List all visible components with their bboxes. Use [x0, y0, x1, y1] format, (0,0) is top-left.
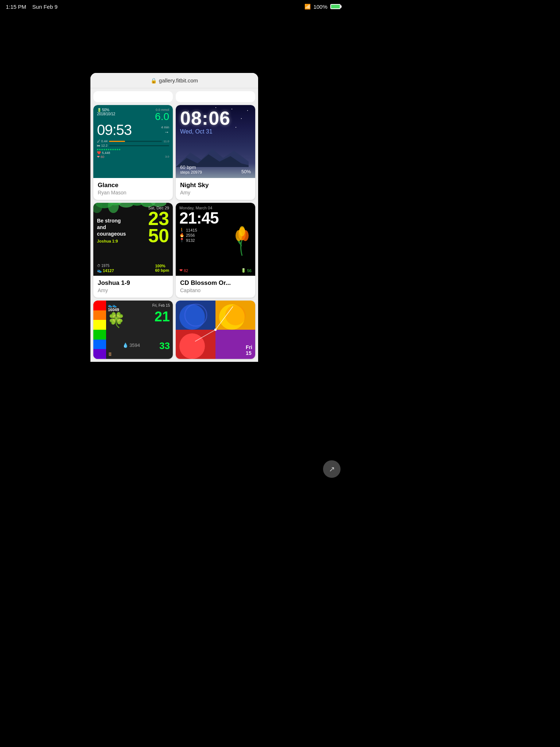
glance-info: Glance Ryan Mason [93, 178, 173, 200]
colorful-day: Fri 15 [246, 344, 252, 356]
glance-glucose: 6.0 [155, 112, 169, 122]
nightsky-info: Night Sky Amy [176, 178, 255, 200]
color-cell-purple: Fri 15 [215, 330, 255, 359]
partial-top-row [93, 91, 255, 102]
clover-stair-icon: 🪜 [108, 352, 112, 356]
joshua-big-numbers: 23 50 [148, 210, 169, 244]
watch-face-colorful: Fri 15 [176, 301, 255, 359]
color-cell-yellow [215, 301, 255, 330]
gallery-grid: 🔋50% 2018/10/12 0.0 mmol 6.0 09:53 [90, 88, 258, 362]
url-text: gallery.fitbit.com [159, 77, 198, 84]
glance-hr: 60 [101, 155, 104, 159]
date: Sun Feb 9 [32, 4, 58, 10]
clover-sub-num: 33 [159, 340, 170, 352]
svg-point-15 [225, 305, 246, 325]
watch-face-cdblossom: Monday, March 04 21:45 🚶11415 🔥2556 📍913… [176, 203, 255, 276]
glance-date: 2018/10/12 [97, 112, 115, 116]
nightsky-author: Amy [180, 190, 251, 196]
glance-stat1-row: 🖊 0.44 11.0 [97, 139, 169, 143]
battery-icon [330, 4, 341, 9]
glance-stat2-row: 🛏 12.2 [97, 144, 169, 147]
color-cell-red [176, 330, 215, 359]
tulip-svg [232, 221, 252, 258]
scroll-button[interactable]: ↗ [323, 460, 341, 478]
battery-percent: 100% [314, 4, 327, 10]
clover-water: 💧3594 [122, 342, 140, 348]
browser-window: 🔒 gallery.fitbit.com 🔋50% [90, 73, 258, 362]
joshua-name: Joshua 1-9 [98, 279, 168, 287]
watch-card-clover[interactable]: 👟👟 16049 Fri, Feb 15 🍀 21 💧35 [93, 301, 173, 359]
color-cell-blue [176, 301, 215, 330]
status-bar: 1:15 PM Sun Feb 9 📶 100% [0, 0, 346, 13]
joshua-verse: Be strong and courageous Joshua 1:9 [97, 217, 126, 244]
status-right: 📶 100% [304, 4, 341, 10]
cdblossom-name: CD Blossom Or... [180, 279, 251, 287]
nightsky-time: 08:06 [180, 109, 251, 128]
joshua-bottom: ⏱1975 👟14127 100% 60 bpm [97, 264, 169, 273]
clover-icon: 🍀 [107, 311, 125, 329]
lock-icon: 🔒 [151, 78, 157, 84]
glance-time: 09:53 [97, 123, 132, 137]
nightsky-name: Night Sky [180, 182, 251, 189]
glance-mins: 4 min [161, 125, 169, 129]
svg-point-13 [239, 226, 245, 236]
browser-header: 🔒 gallery.fitbit.com [90, 73, 258, 88]
svg-point-14 [185, 304, 207, 326]
glance-battery: 🔋50% [97, 108, 115, 112]
cdblossom-bottom: ❤82 🔋56 [179, 268, 252, 273]
watch-card-colorful[interactable]: Fri 15 [176, 301, 255, 359]
joshua-author: Amy [98, 287, 168, 293]
glance-arrow: → [161, 129, 169, 135]
partial-card-right [176, 91, 255, 102]
nightsky-battery: 50% [241, 169, 251, 174]
nightsky-bpm: 60 bpm [180, 165, 202, 170]
watch-faces-grid: 🔋50% 2018/10/12 0.0 mmol 6.0 09:53 [93, 105, 255, 359]
watch-card-joshua[interactable]: Sat, Dec 29 23 50 Be strong and courageo… [93, 203, 173, 298]
clover-big-num: 21 [155, 310, 170, 324]
watch-face-glance: 🔋50% 2018/10/12 0.0 mmol 6.0 09:53 [93, 105, 173, 178]
nightsky-steps: steps 20979 [180, 170, 202, 174]
watch-face-joshua: Sat, Dec 29 23 50 Be strong and courageo… [93, 203, 173, 276]
watch-card-glance[interactable]: 🔋50% 2018/10/12 0.0 mmol 6.0 09:53 [93, 105, 173, 200]
time: 1:15 PM [6, 4, 26, 10]
glance-steps: 5,448 [102, 151, 110, 155]
watch-face-clover: 👟👟 16049 Fri, Feb 15 🍀 21 💧35 [93, 301, 173, 359]
cdblossom-info: CD Blossom Or... Capitano [176, 276, 255, 298]
nightsky-bottom: 60 bpm steps 20979 50% [180, 165, 251, 174]
wifi-icon: 📶 [304, 4, 311, 9]
partial-card-left [93, 91, 173, 102]
nightsky-date: Wed, Oct 31 [180, 128, 251, 135]
watch-face-nightsky: 08:06 Wed, Oct 31 60 bpm steps 20979 50% [176, 105, 255, 178]
watch-card-cdblossom[interactable]: Monday, March 04 21:45 🚶11415 🔥2556 📍913… [176, 203, 255, 298]
scroll-icon: ↗ [329, 465, 335, 473]
cdblossom-author: Capitano [180, 287, 251, 293]
glance-name: Glance [98, 182, 168, 189]
clover-date: Fri, Feb 15 [152, 303, 170, 307]
joshua-top-right: Sat, Dec 29 23 50 [148, 206, 169, 244]
status-time-date: 1:15 PM Sun Feb 9 [6, 4, 58, 10]
watch-card-nightsky[interactable]: 08:06 Wed, Oct 31 60 bpm steps 20979 50% [176, 105, 255, 200]
glance-author: Ryan Mason [98, 190, 168, 196]
url-bar[interactable]: 🔒 gallery.fitbit.com [151, 77, 198, 84]
joshua-info: Joshua 1-9 Amy [93, 276, 173, 298]
